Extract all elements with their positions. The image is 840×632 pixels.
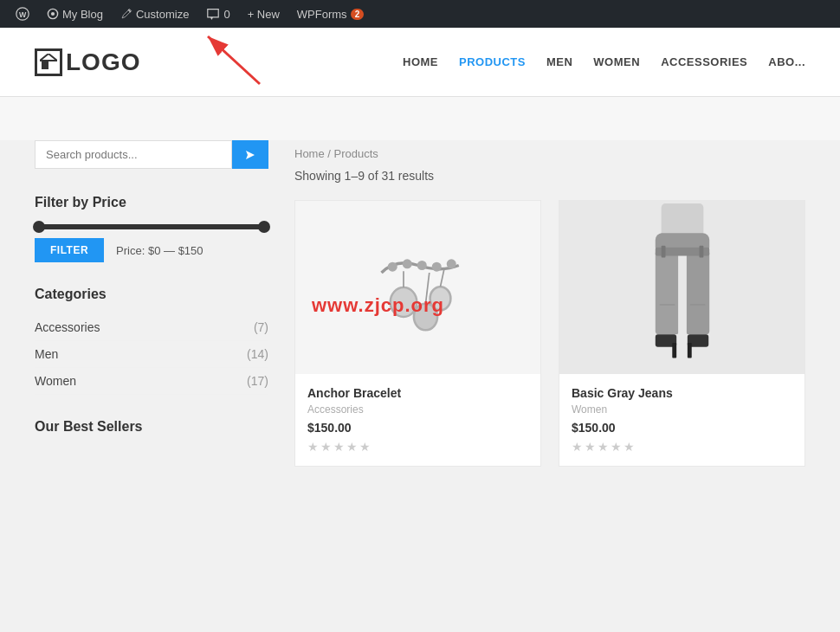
content-area: Filter by Price FILTER Price: $0 — $150 … [0, 140, 840, 501]
search-box [35, 140, 268, 169]
svg-point-3 [51, 12, 55, 16]
category-women[interactable]: Women (17) [35, 368, 268, 395]
product-price-anchor-bracelet: $150.00 [307, 421, 528, 435]
svg-rect-23 [655, 249, 678, 334]
svg-point-15 [418, 261, 426, 269]
svg-marker-9 [246, 151, 255, 159]
filter-price-title: Filter by Price [35, 195, 268, 210]
wpforms-badge: 2 [351, 9, 365, 20]
logo-box [35, 48, 62, 76]
nav-products[interactable]: PRODUCTS [459, 55, 526, 68]
wp-logo[interactable]: W [9, 0, 36, 28]
comments-count: 0 [223, 8, 229, 21]
nav-women[interactable]: WOMEN [593, 55, 640, 68]
categories-section: Categories Accessories (7) Men (14) Wome… [35, 287, 268, 395]
svg-point-14 [404, 261, 411, 268]
svg-rect-27 [661, 245, 665, 257]
svg-line-20 [440, 270, 443, 287]
svg-point-17 [448, 261, 456, 268]
admin-bar: W My Blog Customize 0 [0, 0, 840, 28]
customize-label: Customize [136, 8, 189, 21]
site-logo[interactable]: LOGO [35, 48, 140, 76]
product-image-gray-jeans [559, 201, 804, 374]
svg-line-19 [425, 273, 429, 304]
svg-point-16 [433, 263, 441, 271]
main-content: Home / Products Showing 1–9 of 31 result… [294, 140, 805, 467]
product-card-anchor-bracelet[interactable]: Anchor Bracelet Accessories $150.00 ★★★★… [294, 200, 541, 467]
product-name-anchor-bracelet: Anchor Bracelet [307, 386, 528, 400]
filter-by-price: Filter by Price FILTER Price: $0 — $150 [35, 195, 268, 262]
admin-bar-customize[interactable]: Customize [113, 0, 196, 28]
results-info: Showing 1–9 of 31 results [294, 169, 805, 183]
search-button[interactable] [232, 140, 268, 169]
admin-bar-new[interactable]: + New [241, 0, 287, 28]
breadcrumb-separator: / [327, 147, 333, 160]
breadcrumb: Home / Products [294, 147, 805, 160]
svg-marker-8 [40, 54, 57, 61]
logo-text: LOGO [66, 48, 140, 76]
nav-men[interactable]: MEN [546, 55, 572, 68]
admin-bar-comments[interactable]: 0 [199, 0, 236, 28]
svg-point-13 [389, 263, 397, 271]
svg-rect-28 [699, 245, 703, 257]
svg-rect-7 [42, 61, 48, 69]
product-info-gray-jeans: Basic Gray Jeans Women $150.00 ★★★★★ [559, 374, 804, 466]
nav-about[interactable]: ABO... [768, 55, 805, 68]
categories-title: Categories [35, 287, 268, 302]
search-arrow-icon [244, 149, 256, 161]
bracelet-icon [345, 214, 492, 361]
breadcrumb-products: Products [334, 147, 378, 160]
filter-row: FILTER Price: $0 — $150 [35, 238, 268, 262]
nav-accessories[interactable]: ACCESSORIES [661, 55, 747, 68]
filter-button[interactable]: FILTER [35, 238, 104, 262]
category-men-name: Men [35, 347, 58, 361]
product-price-gray-jeans: $150.00 [572, 421, 792, 435]
product-card-gray-jeans[interactable]: Basic Gray Jeans Women $150.00 ★★★★★ [559, 200, 805, 467]
svg-rect-24 [685, 249, 708, 334]
best-sellers-section: Our Best Sellers [35, 419, 268, 435]
new-label: + New [248, 8, 280, 21]
category-women-count: (17) [247, 374, 268, 388]
category-women-name: Women [35, 374, 76, 388]
svg-rect-25 [678, 254, 687, 334]
category-men[interactable]: Men (14) [35, 341, 268, 368]
wpforms-label: WPForms [297, 8, 347, 21]
best-sellers-title: Our Best Sellers [35, 419, 268, 435]
admin-bar-wpforms[interactable]: WPForms 2 [290, 0, 371, 28]
myblog-label: My Blog [62, 8, 103, 21]
products-grid: Anchor Bracelet Accessories $150.00 ★★★★… [294, 200, 805, 467]
nav-home[interactable]: HOME [403, 55, 438, 68]
product-category-anchor-bracelet: Accessories [307, 403, 528, 416]
product-rating-anchor-bracelet: ★★★★★ [307, 440, 528, 454]
product-name-gray-jeans: Basic Gray Jeans [572, 386, 792, 400]
category-men-count: (14) [247, 347, 268, 361]
product-image-anchor-bracelet [295, 201, 540, 374]
admin-bar-myblog[interactable]: My Blog [40, 0, 110, 28]
svg-point-10 [390, 287, 417, 317]
category-accessories-count: (7) [254, 320, 268, 334]
category-accessories[interactable]: Accessories (7) [35, 314, 268, 341]
search-input[interactable] [35, 140, 232, 169]
svg-text:W: W [19, 10, 27, 19]
svg-rect-32 [687, 342, 691, 358]
product-category-gray-jeans: Women [572, 403, 792, 416]
sidebar: Filter by Price FILTER Price: $0 — $150 … [35, 140, 268, 467]
category-list: Accessories (7) Men (14) Women (17) [35, 314, 268, 395]
site-nav: HOME PRODUCTS MEN WOMEN ACCESSORIES ABO.… [403, 55, 805, 68]
jeans-icon [630, 203, 734, 372]
price-slider[interactable] [35, 224, 268, 229]
site-header: LOGO HOME PRODUCTS MEN WOMEN ACCESSORIES… [0, 28, 840, 97]
svg-rect-30 [672, 342, 676, 358]
svg-rect-21 [661, 203, 703, 237]
breadcrumb-home[interactable]: Home [294, 147, 325, 160]
svg-point-12 [430, 287, 450, 310]
category-accessories-name: Accessories [35, 320, 100, 334]
product-rating-gray-jeans: ★★★★★ [572, 440, 792, 454]
price-label: Price: $0 — $150 [116, 244, 203, 257]
product-info-anchor-bracelet: Anchor Bracelet Accessories $150.00 ★★★★… [295, 374, 540, 466]
